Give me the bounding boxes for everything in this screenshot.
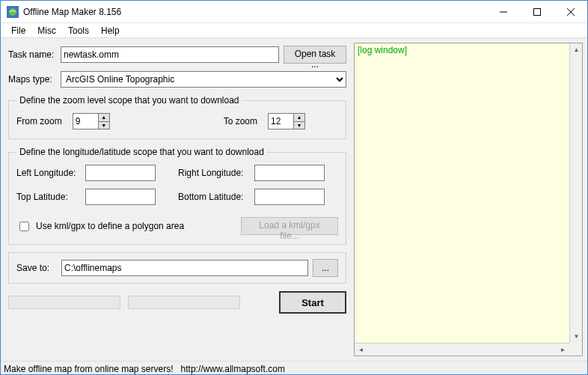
- zoom-scope-group: Define the zoom level scope that you wan…: [8, 95, 346, 139]
- to-zoom-up[interactable]: ▲: [293, 113, 305, 121]
- left-lon-input[interactable]: [85, 165, 156, 181]
- right-lon-input[interactable]: [254, 165, 325, 181]
- left-lon-label: Left Longitude:: [16, 168, 81, 178]
- statusbar: Make offline map from online map servers…: [1, 361, 587, 375]
- lonlat-scope-legend: Define the longitude/latitude scope that…: [16, 147, 267, 157]
- browse-button[interactable]: ...: [313, 259, 338, 277]
- titlebar: Offline Map Maker 8.156: [1, 1, 587, 23]
- load-kml-button: Load a kml/gpx file...: [241, 217, 338, 235]
- from-zoom-input[interactable]: [73, 113, 98, 129]
- menu-tools[interactable]: Tools: [62, 24, 95, 37]
- bottom-lat-label: Bottom Latitude:: [178, 192, 250, 202]
- zoom-scope-legend: Define the zoom level scope that you wan…: [16, 95, 242, 106]
- log-window[interactable]: [log window] ▲ ▼ ◄ ►: [354, 43, 583, 356]
- bottom-lat-input[interactable]: [254, 189, 325, 205]
- start-button[interactable]: Start: [279, 291, 346, 314]
- maximize-button[interactable]: [520, 1, 554, 23]
- progress-bar-2: [128, 296, 240, 309]
- log-placeholder: [log window]: [358, 45, 407, 55]
- task-name-label: Task name:: [8, 49, 56, 60]
- maps-type-select[interactable]: ArcGIS Online Topographic: [61, 71, 346, 88]
- from-zoom-down[interactable]: ▼: [98, 121, 110, 130]
- top-lat-input[interactable]: [85, 189, 156, 205]
- task-name-input[interactable]: [61, 46, 279, 63]
- to-zoom-down[interactable]: ▼: [293, 121, 305, 130]
- log-vertical-scrollbar[interactable]: ▲ ▼: [569, 43, 582, 343]
- open-task-button[interactable]: Open task ...: [284, 46, 346, 64]
- minimize-button[interactable]: [486, 1, 520, 23]
- status-text: Make offline map from online map servers…: [4, 364, 174, 374]
- to-zoom-input[interactable]: [268, 113, 293, 129]
- app-icon: [7, 6, 19, 18]
- menu-help[interactable]: Help: [95, 24, 126, 37]
- progress-bar-1: [8, 296, 120, 309]
- lonlat-scope-group: Define the longitude/latitude scope that…: [8, 147, 346, 245]
- close-button[interactable]: [554, 1, 587, 23]
- menubar: File Misc Tools Help: [1, 23, 587, 38]
- scroll-left-icon[interactable]: ◄: [355, 344, 367, 356]
- maps-type-label: Maps type:: [8, 74, 56, 85]
- scroll-right-icon[interactable]: ►: [557, 344, 569, 356]
- menu-misc[interactable]: Misc: [31, 24, 62, 37]
- svg-rect-3: [533, 8, 540, 15]
- scroll-down-icon[interactable]: ▼: [570, 330, 583, 343]
- log-horizontal-scrollbar[interactable]: ◄ ►: [355, 343, 569, 356]
- use-kml-label: Use kml/gpx to define a polygon area: [36, 221, 184, 231]
- from-zoom-up[interactable]: ▲: [98, 113, 110, 121]
- from-zoom-label: From zoom: [16, 116, 62, 126]
- to-zoom-label: To zoom: [224, 116, 257, 126]
- scroll-up-icon[interactable]: ▲: [570, 43, 583, 56]
- menu-file[interactable]: File: [5, 24, 31, 37]
- window-title: Offline Map Maker 8.156: [23, 7, 121, 17]
- save-to-input[interactable]: [61, 260, 308, 276]
- right-lon-label: Right Longitude:: [178, 168, 250, 178]
- status-url[interactable]: http://www.allmapsoft.com: [181, 364, 285, 374]
- top-lat-label: Top Latitude:: [16, 192, 81, 202]
- use-kml-checkbox[interactable]: [19, 222, 29, 231]
- scroll-corner: [569, 343, 582, 356]
- save-to-label: Save to:: [16, 263, 57, 273]
- save-group: Save to: ...: [8, 252, 346, 284]
- left-panel: Task name: Open task ... Maps type: ArcG…: [1, 38, 352, 361]
